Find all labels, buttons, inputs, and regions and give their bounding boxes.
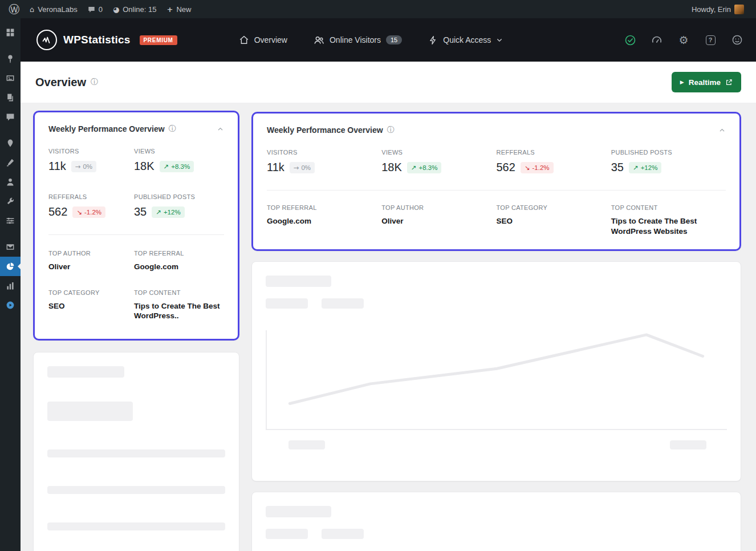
skeleton-bar bbox=[322, 298, 364, 309]
info-icon[interactable]: ⓘ bbox=[387, 125, 395, 135]
online-visitors-menu[interactable]: ◕ Online: 15 bbox=[108, 0, 162, 18]
trend-badge: ↗+12% bbox=[152, 206, 184, 218]
brush-icon bbox=[6, 158, 15, 167]
sidebar-item-wp-statistics[interactable] bbox=[0, 257, 21, 276]
nav-overview-label: Overview bbox=[254, 35, 287, 44]
plugin-nav-actions: ⚙ ? bbox=[624, 34, 743, 46]
sidebar-item-users[interactable] bbox=[0, 172, 21, 192]
sidebar-item-appearance[interactable] bbox=[0, 153, 21, 172]
card-title-text: Weekly Performance Overview bbox=[267, 125, 383, 135]
top-content: TOP CONTENT Tips to Create The Best Word… bbox=[611, 204, 726, 236]
wrench-icon bbox=[6, 197, 15, 206]
comments-icon bbox=[6, 112, 15, 121]
trend-up-icon: ↗ bbox=[156, 208, 161, 216]
wp-statistics-brand[interactable]: WPStatistics PREMIUM bbox=[36, 30, 177, 50]
new-label: New bbox=[176, 5, 191, 14]
sidebar-item-mail[interactable] bbox=[0, 237, 21, 257]
top-referral: TOP REFERRAL Google.com bbox=[267, 204, 381, 236]
comments-menu[interactable]: 0 bbox=[83, 0, 108, 18]
skeleton-bar bbox=[47, 402, 133, 421]
trend-up-icon: ↗ bbox=[633, 164, 639, 172]
trend-down-icon: ↘ bbox=[76, 208, 82, 216]
howdy-text: Howdy, Erin bbox=[692, 5, 731, 14]
top-content: TOP CONTENT Tips to Create The Best Word… bbox=[134, 289, 224, 321]
online-pie-icon: ◕ bbox=[113, 5, 119, 14]
loading-chart-card bbox=[251, 261, 741, 481]
settings-gear-button[interactable]: ⚙ bbox=[677, 34, 690, 46]
metric-visitors: VISITORS 11k →0% bbox=[267, 149, 381, 174]
sidebar-item-pages[interactable] bbox=[0, 88, 21, 107]
sidebar-item-analytics[interactable] bbox=[0, 276, 21, 295]
info-icon[interactable]: ⓘ bbox=[91, 77, 98, 87]
sidebar-item-dashboard[interactable] bbox=[0, 23, 21, 42]
top-author: TOP AUTHOR Oliver bbox=[48, 250, 134, 272]
comments-bubble-icon bbox=[88, 6, 95, 13]
trend-badge: ↗+8.3% bbox=[407, 162, 442, 173]
skeleton-row bbox=[266, 529, 727, 539]
sidebar-item-comments[interactable] bbox=[0, 107, 21, 127]
chevron-down-icon bbox=[496, 37, 503, 43]
users-icon bbox=[6, 177, 15, 187]
collapse-chevron-icon[interactable] bbox=[217, 125, 224, 133]
top-stats-grid: TOP REFERRAL Google.com TOP AUTHOR Olive… bbox=[267, 204, 726, 236]
sidebar-item-media[interactable] bbox=[0, 68, 21, 88]
collapse-chevron-icon[interactable] bbox=[718, 127, 726, 134]
wp-admin-sidebar bbox=[0, 18, 21, 551]
my-account-menu[interactable]: Howdy, Erin bbox=[686, 0, 749, 18]
page-header: Overview ⓘ ▶ Realtime bbox=[21, 62, 756, 103]
wp-statistics-header: WPStatistics PREMIUM Overview Online Vis… bbox=[21, 18, 756, 62]
nav-item-online-visitors[interactable]: Online Visitors 15 bbox=[314, 35, 402, 46]
comments-count: 0 bbox=[99, 5, 103, 14]
page-title-text: Overview bbox=[35, 76, 86, 89]
realtime-button[interactable]: ▶ Realtime bbox=[672, 72, 741, 92]
trend-down-icon: ↘ bbox=[525, 164, 530, 172]
skeleton-bar bbox=[47, 449, 225, 457]
nav-item-overview[interactable]: Overview bbox=[239, 35, 287, 45]
new-content-menu[interactable]: + New bbox=[162, 0, 197, 18]
top-category: TOP CATEGORY SEO bbox=[497, 204, 611, 236]
metric-published-posts: PUBLISHED POSTS 35 ↗+12% bbox=[611, 149, 726, 174]
pages-icon bbox=[6, 93, 15, 102]
skeleton-bar bbox=[266, 298, 308, 309]
status-check-button[interactable] bbox=[624, 34, 636, 46]
play-icon: ▶ bbox=[680, 79, 684, 85]
weekly-performance-card-small: Weekly Performance Overview ⓘ VISITORS 1… bbox=[33, 111, 239, 341]
card-title-text: Weekly Performance Overview bbox=[48, 124, 165, 133]
site-name: VeronaLabs bbox=[38, 5, 77, 14]
site-name-menu[interactable]: ⌂ VeronaLabs bbox=[25, 0, 83, 18]
wp-admin-bar: Ⓦ ⌂ VeronaLabs 0 ◕ Online: 15 + New Howd… bbox=[0, 0, 756, 18]
skeleton-chart-area bbox=[266, 330, 727, 430]
wp-logo-menu[interactable]: Ⓦ bbox=[3, 0, 25, 18]
nav-item-quick-access[interactable]: Quick Access bbox=[428, 35, 503, 45]
mail-icon bbox=[6, 242, 15, 252]
premium-badge: PREMIUM bbox=[140, 35, 177, 45]
map-pin-icon bbox=[6, 139, 15, 148]
sidebar-item-plugin-pin[interactable] bbox=[0, 133, 21, 153]
skeleton-row bbox=[266, 298, 727, 309]
top-author: TOP AUTHOR Oliver bbox=[381, 204, 496, 236]
dashboard-content: Weekly Performance Overview ⓘ VISITORS 1… bbox=[21, 103, 756, 551]
info-icon[interactable]: ⓘ bbox=[169, 124, 176, 134]
metric-refferals: REFFERALS 562 ↘-1.2% bbox=[48, 193, 134, 218]
sidebar-item-tools[interactable] bbox=[0, 192, 21, 211]
feedback-smiley-button[interactable] bbox=[731, 34, 743, 46]
sidebar-item-settings[interactable] bbox=[0, 211, 21, 230]
skeleton-bar bbox=[670, 440, 706, 449]
page-title: Overview ⓘ bbox=[35, 76, 98, 89]
performance-gauge-button[interactable] bbox=[651, 34, 663, 46]
sidebar-separator bbox=[0, 127, 21, 133]
card-title: Weekly Performance Overview ⓘ bbox=[48, 124, 176, 134]
card-header: Weekly Performance Overview ⓘ bbox=[267, 125, 726, 135]
sidebar-item-video[interactable] bbox=[0, 295, 21, 315]
pie-chart-icon bbox=[6, 262, 15, 271]
sidebar-item-posts[interactable] bbox=[0, 49, 21, 68]
help-button[interactable]: ? bbox=[704, 34, 717, 46]
skeleton-axis-labels bbox=[266, 440, 727, 449]
sidebar-separator bbox=[0, 42, 21, 49]
divider bbox=[267, 190, 726, 191]
home-icon: ⌂ bbox=[30, 5, 34, 14]
trend-neutral-icon: → bbox=[75, 163, 81, 171]
top-stats-grid: TOP AUTHOR Oliver TOP REFERRAL Google.co… bbox=[48, 250, 224, 321]
dashboard-icon bbox=[6, 28, 15, 37]
skeleton-bar bbox=[47, 486, 225, 494]
